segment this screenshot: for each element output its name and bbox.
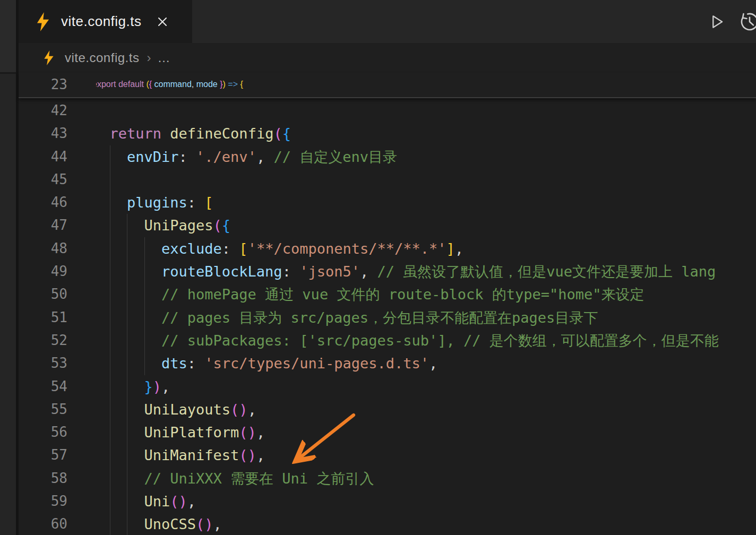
code-line-text[interactable]: Uni(), — [96, 493, 196, 510]
indent-guide — [110, 145, 110, 168]
indent-guide — [110, 329, 110, 352]
token-var: plugins — [127, 194, 187, 211]
tab-close-button[interactable] — [153, 13, 171, 31]
code-line-text[interactable]: // pages 目录为 src/pages，分包目录不能配置在pages目录下 — [96, 309, 598, 326]
line-number[interactable]: 49 — [19, 260, 67, 283]
indent-guide — [127, 329, 127, 352]
line-number[interactable]: 51 — [19, 306, 67, 329]
code-line-text[interactable]: // homePage 通过 vue 文件的 route-block 的type… — [96, 286, 645, 303]
token-cmt: // pages 目录为 src/pages，分包目录不能配置在pages目录下 — [161, 309, 598, 326]
code-line-text[interactable]: envDir: './env', // 自定义env目录 — [96, 149, 397, 165]
line-number[interactable]: 46 — [19, 191, 67, 214]
code-line-text[interactable]: UniManifest(), — [96, 447, 265, 463]
token-cmt: // subPackages: ['src/pages-sub'], // 是个… — [161, 332, 719, 349]
code-line-text[interactable]: return defineConfig({ — [96, 125, 291, 142]
play-icon — [707, 12, 726, 31]
indent-guide — [110, 283, 110, 306]
code-line-text[interactable]: routeBlockLang: 'json5', // 虽然设了默认值，但是vu… — [96, 263, 716, 280]
indent-guide — [110, 490, 110, 513]
breadcrumb-ellipsis[interactable]: … — [157, 50, 171, 65]
code-line-text[interactable]: dts: 'src/types/uni-pages.d.ts', — [96, 355, 437, 372]
token-pun: : — [187, 194, 205, 211]
breadcrumb-file[interactable]: vite.config.ts — [65, 50, 139, 65]
line-number[interactable]: 56 — [19, 421, 67, 444]
token-var: envDir — [127, 149, 179, 165]
token-cmt: // homePage 通过 vue 文件的 route-block 的type… — [161, 286, 644, 303]
token-pun — [161, 125, 170, 142]
line-number[interactable]: 45 — [19, 168, 67, 191]
tab-vite-config[interactable]: vite.config.ts — [19, 0, 192, 43]
code-line: 23export default ({ command, mode }) => … — [19, 73, 756, 96]
indent-guide — [144, 237, 145, 260]
token-pun: : — [187, 355, 205, 372]
line-number[interactable]: 58 — [19, 467, 67, 490]
sticky-scroll-line[interactable]: 23export default ({ command, mode }) => … — [19, 73, 756, 98]
code-line-text[interactable]: UniPages({ — [96, 217, 230, 234]
token-pun — [96, 378, 144, 395]
code-line-text[interactable]: UniLayouts(), — [96, 401, 256, 418]
code-line: 50 // homePage 通过 vue 文件的 route-block 的t… — [19, 283, 756, 306]
breadcrumb: vite.config.ts › … — [19, 43, 756, 73]
token-pun: , — [256, 149, 274, 165]
line-number[interactable]: 48 — [19, 237, 67, 260]
line-number[interactable]: 55 — [19, 398, 67, 421]
indent-guide — [144, 260, 145, 283]
code-line: 48 exclude: ['**/components/**/**.*'], — [19, 237, 756, 260]
token-pun: , — [213, 516, 222, 532]
code-line-text[interactable]: UnoCSS(), — [96, 516, 222, 532]
token-pun: , — [192, 80, 196, 89]
code-line: 44 envDir: './env', // 自定义env目录 — [19, 145, 756, 168]
token-pun — [96, 125, 110, 142]
line-number[interactable]: 53 — [19, 352, 67, 375]
token-b2: () — [239, 424, 256, 441]
indent-guide — [127, 283, 127, 306]
code-line: 43 return defineConfig({ — [19, 122, 756, 145]
indent-guide — [110, 375, 110, 398]
code-line-text[interactable]: }), — [96, 378, 170, 395]
line-number[interactable]: 50 — [19, 283, 67, 306]
tab-title: vite.config.ts — [61, 13, 142, 30]
token-b2: ) — [153, 378, 161, 395]
run-button[interactable] — [707, 12, 726, 31]
line-number[interactable]: 42 — [19, 99, 67, 122]
code-line-text[interactable] — [96, 171, 101, 188]
indent-guide — [110, 467, 110, 490]
code-line-text[interactable]: export default ({ command, mode }) => { — [96, 80, 243, 89]
code-line: 56 UniPlatform(), — [19, 421, 756, 444]
line-number[interactable]: 59 — [19, 490, 67, 513]
token-pun: , — [429, 355, 437, 372]
line-number[interactable]: 52 — [19, 329, 67, 352]
line-number[interactable]: 54 — [19, 375, 67, 398]
code-line-text[interactable]: exclude: ['**/components/**/**.*'], — [96, 240, 463, 257]
code-line: 53 dts: 'src/types/uni-pages.d.ts', — [19, 352, 756, 375]
line-number[interactable]: 47 — [19, 214, 67, 237]
indent-guide — [110, 444, 110, 467]
code-line: 51 // pages 目录为 src/pages，分包目录不能配置在pages… — [19, 306, 756, 329]
token-pun — [96, 149, 127, 165]
code-line-text[interactable]: // UniXXX 需要在 Uni 之前引入 — [96, 470, 374, 487]
line-number[interactable]: 44 — [19, 145, 67, 168]
indent-guide — [110, 398, 110, 421]
token-kw: export default — [96, 80, 144, 89]
token-fn: UniLayouts — [144, 401, 231, 418]
code-line-text[interactable] — [96, 102, 101, 119]
code-line-text[interactable]: // subPackages: ['src/pages-sub'], // 是个… — [96, 332, 719, 349]
token-b2: ( — [213, 217, 222, 234]
history-button[interactable] — [739, 11, 756, 32]
line-number[interactable]: 60 — [19, 513, 67, 535]
token-pun: , — [455, 240, 463, 257]
token-b3: } — [144, 378, 153, 395]
token-pun — [96, 263, 161, 280]
indent-guide — [127, 513, 127, 535]
token-b3: { — [282, 125, 291, 142]
line-number[interactable]: 57 — [19, 444, 67, 467]
token-b1: { — [240, 80, 243, 89]
code-line: 52 // subPackages: ['src/pages-sub'], //… — [19, 329, 756, 352]
code-line: 58 // UniXXX 需要在 Uni 之前引入 — [19, 467, 756, 490]
line-number[interactable]: 23 — [19, 73, 67, 96]
code-line: 57 UniManifest(), — [19, 444, 756, 467]
indent-guide — [127, 306, 127, 329]
code-line-text[interactable]: UniPlatform(), — [96, 424, 265, 441]
code-line-text[interactable]: plugins: [ — [96, 194, 213, 211]
line-number[interactable]: 43 — [19, 122, 67, 145]
